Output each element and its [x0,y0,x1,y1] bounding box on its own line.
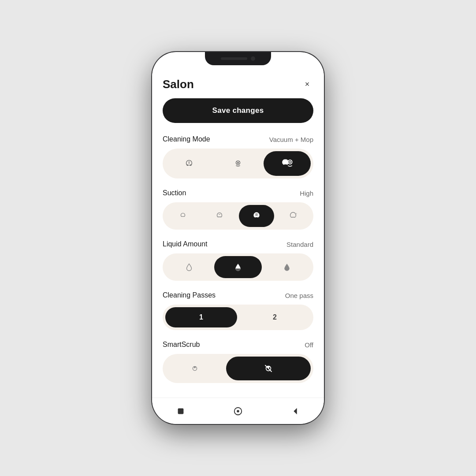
cleaning-mode-value: Vacuum + Mop [269,136,313,143]
notch [205,52,271,65]
passes-one[interactable]: 1 [165,307,237,327]
save-button[interactable]: Save changes [163,98,313,123]
section-cleaning-passes: Cleaning Passes One pass 1 2 [163,291,313,330]
scrub-value: Off [305,341,313,349]
close-button[interactable]: × [301,78,313,91]
suction-value: High [300,190,313,197]
svg-rect-21 [178,408,184,414]
passes-options: 1 2 [163,305,313,330]
section-smart-scrub: SmartScrub Off [163,341,313,383]
back-icon [290,406,300,416]
suction-standard[interactable] [202,205,238,227]
section-cleaning-mode: Cleaning Mode Vacuum + Mop [163,135,313,178]
drop-full-icon [282,262,292,272]
passes-one-label: 1 [199,313,203,321]
section-header-scrub: SmartScrub Off [163,341,313,349]
suction-options: + [163,202,313,230]
passes-label: Cleaning Passes [163,291,216,299]
section-header-passes: Cleaning Passes One pass [163,291,313,299]
passes-two[interactable]: 2 [239,307,311,327]
svg-point-15 [292,217,293,218]
section-header-liquid: Liquid Amount Standard [163,240,313,248]
liquid-label: Liquid Amount [163,240,207,248]
svg-point-12 [257,217,258,218]
content-area: Salon × Save changes Cleaning Mode Vacuu… [152,69,324,398]
passes-value: One pass [285,292,313,299]
svg-point-16 [294,217,295,218]
suction-high[interactable] [239,205,274,227]
suction-max-icon: + [288,211,298,221]
svg-point-7 [183,216,184,217]
header: Salon × [163,78,313,91]
mop-icon [233,159,243,168]
scrub-options [163,354,313,383]
cleaning-mode-vacuum[interactable] [165,152,212,175]
speaker [221,57,247,60]
suction-label: Suction [163,189,186,197]
cleaning-mode-vacuum-mop[interactable] [264,151,311,176]
svg-point-0 [187,165,188,166]
vacuum-icon [184,159,194,168]
scrub-off[interactable] [226,357,311,380]
scrub-off-icon [263,363,274,374]
home-icon [233,406,243,416]
svg-point-11 [255,217,256,218]
cleaning-mode-mop[interactable] [214,152,261,175]
cleaning-mode-options [163,149,313,178]
section-header-cleaning-mode: Cleaning Mode Vacuum + Mop [163,135,313,143]
camera [251,56,255,61]
nav-home-button[interactable] [231,405,245,418]
scrub-on[interactable] [165,357,224,379]
svg-point-4 [287,164,288,165]
svg-marker-24 [294,408,297,414]
suction-max[interactable]: + [276,205,311,227]
liquid-options [163,253,313,281]
suction-quiet[interactable] [165,205,201,227]
stop-icon [176,406,186,416]
scrub-on-icon [190,364,200,373]
passes-two-label: 2 [273,313,277,321]
svg-point-8 [218,217,219,217]
nav-back-button[interactable] [289,405,302,418]
svg-point-3 [283,164,284,165]
liquid-low[interactable] [165,256,212,278]
svg-point-23 [237,410,239,413]
suction-quiet-icon [178,211,188,221]
drop-half-icon [233,262,243,272]
scrub-label: SmartScrub [163,341,200,349]
liquid-high[interactable] [264,256,311,278]
suction-high-icon [252,211,261,221]
phone-frame: Salon × Save changes Cleaning Mode Vacuu… [152,52,324,424]
section-liquid-amount: Liquid Amount Standard [163,240,313,281]
page-title: Salon [163,78,194,91]
svg-point-9 [220,217,221,217]
cleaning-mode-label: Cleaning Mode [163,135,210,143]
bottom-nav [152,398,324,424]
vacuum-mop-icon [281,157,293,170]
drop-outline-icon [184,262,194,272]
svg-point-6 [182,216,182,217]
section-header-suction: Suction High [163,189,313,197]
liquid-value: Standard [286,241,313,248]
svg-text:+: + [296,212,298,215]
phone-screen: Salon × Save changes Cleaning Mode Vacuu… [152,52,324,424]
nav-stop-button[interactable] [174,405,187,418]
svg-point-1 [190,165,191,166]
suction-standard-icon [215,211,224,221]
section-suction: Suction High [163,189,313,230]
liquid-standard[interactable] [214,256,261,278]
